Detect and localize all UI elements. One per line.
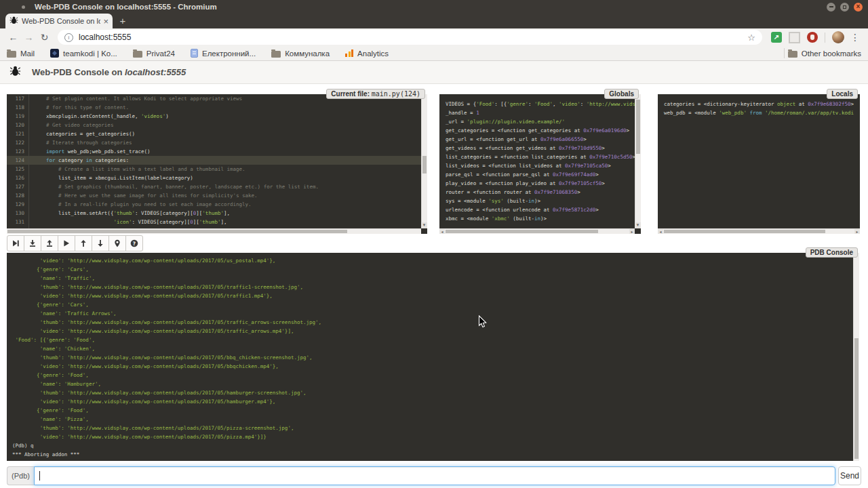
bug-favicon-icon — [9, 15, 18, 27]
output-line: get_url = <function get_url at 0x7f9e6a0… — [446, 135, 635, 144]
browser-tab[interactable]: Web-PDB Console on loca × — [5, 14, 113, 28]
text-caret — [39, 471, 40, 481]
bookmark-item[interactable]: Analytics — [345, 49, 389, 58]
scrollbar-thumb[interactable] — [854, 338, 859, 459]
minimize-button[interactable] — [827, 3, 835, 12]
line-text: 'video': 'http://www.vidsplay.com/wp-con… — [12, 362, 279, 371]
bookmark-label: Електронний... — [202, 49, 256, 58]
site-info-icon[interactable]: i — [64, 33, 73, 42]
output-line: 'name': 'Traffic Arrows', — [12, 309, 853, 318]
debug-continue-button[interactable] — [58, 235, 75, 251]
extension-green-arrow-icon[interactable]: ↗ — [771, 32, 782, 43]
url-text[interactable]: localhost:5555 — [79, 33, 747, 42]
bookmark-item[interactable]: Privat24 — [133, 49, 175, 58]
code-line-125: 125 # Create a list item with a text lab… — [7, 165, 421, 174]
pdb-console-panel: PDB Console 'video': 'http://www.vidspla… — [7, 253, 859, 461]
scrollbar-thumb[interactable] — [7, 230, 347, 233]
scroll-right-arrow[interactable]: ▸ — [854, 229, 860, 234]
line-text: 'video': 'http://www.vidsplay.com/wp-con… — [12, 256, 275, 265]
scroll-left-arrow[interactable]: ◂ — [439, 229, 445, 234]
debug-step-button[interactable] — [24, 235, 41, 251]
maximize-button[interactable] — [840, 3, 849, 12]
line-text: urlencode = <function urlencode at 0x7f9… — [446, 205, 599, 214]
bookmark-item[interactable]: Mail — [7, 49, 35, 58]
scrollbar-thumb[interactable] — [636, 100, 640, 154]
output-line: 'video': 'http://www.vidsplay.com/wp-con… — [12, 432, 853, 441]
output-line: xbmc = <module 'xbmc' (built-in)> — [446, 214, 635, 223]
close-window-button[interactable]: × — [854, 3, 863, 12]
debug-next-button[interactable] — [7, 235, 24, 251]
debug-return-button[interactable] — [41, 235, 58, 251]
profile-avatar[interactable] — [832, 31, 844, 43]
line-text: 'video': 'http://www.vidsplay.com/wp-con… — [12, 327, 294, 336]
line-text: 'name': 'Chicken', — [12, 344, 95, 353]
play-icon — [62, 239, 71, 247]
console-vertical-scrollbar[interactable] — [853, 253, 859, 461]
output-line: _handle = 1 — [446, 108, 635, 117]
output-line: 'name': 'Hamburger', — [12, 380, 853, 388]
line-number: 127 — [7, 182, 29, 191]
line-text: 'video': 'http://www.vidsplay.com/wp-con… — [12, 397, 275, 406]
bookmark-star-icon[interactable]: ☆ — [747, 33, 755, 43]
extension-gray-square-icon[interactable] — [789, 32, 800, 43]
doc-icon — [191, 49, 198, 58]
tab-title: Web-PDB Console on loca — [22, 17, 100, 25]
line-text: *** Aborting addon *** — [12, 450, 79, 459]
tab-close-button[interactable]: × — [103, 17, 108, 26]
debug-up-button[interactable] — [75, 235, 92, 251]
bookmarks-divider — [784, 48, 785, 58]
bookmark-item[interactable]: Коммуналка — [271, 49, 330, 58]
output-line: 'name': 'Chicken', — [12, 344, 853, 353]
scrollbar-thumb[interactable] — [664, 230, 825, 233]
svg-text:?: ? — [133, 241, 136, 247]
output-line: 'video': 'http://www.vidsplay.com/wp-con… — [12, 362, 853, 371]
line-text: 'name': 'Traffic', — [12, 274, 95, 283]
bookmark-item[interactable]: Електронний... — [191, 49, 256, 58]
output-line: {'genre': 'Food', — [12, 406, 853, 415]
scroll-down-arrow[interactable]: ▼ — [421, 222, 427, 228]
line-text: 'thumb': 'http://www.vidsplay.com/wp-con… — [12, 424, 294, 432]
locals-horizontal-scrollbar[interactable]: ◂ ▸ — [658, 228, 860, 234]
maximize-icon — [843, 5, 846, 9]
line-text: for category in categories: — [34, 156, 129, 165]
code-horizontal-scrollbar[interactable] — [7, 228, 421, 234]
scrollbar-thumb[interactable] — [422, 156, 427, 174]
new-tab-button[interactable]: + — [117, 15, 129, 27]
line-text: get_categories = <function get_categorie… — [446, 126, 629, 135]
line-text: sys = <module 'sys' (built-in)> — [446, 197, 540, 205]
line-text: {'genre': 'Cars', — [12, 300, 89, 309]
code-vertical-scrollbar[interactable] — [421, 94, 427, 228]
forward-button[interactable]: → — [21, 32, 37, 43]
address-bar[interactable]: i localhost:5555 ☆ — [58, 30, 762, 45]
code-line-122: 122 # Iterate through categories — [7, 138, 421, 147]
line-text: {'genre': 'Cars', — [12, 265, 89, 274]
back-button[interactable]: ← — [5, 32, 21, 43]
globals-vertical-scrollbar[interactable] — [635, 94, 641, 228]
debug-down-button[interactable] — [92, 235, 109, 251]
output-line: 'name': 'Traffic', — [12, 274, 853, 283]
debug-help-button[interactable]: ? — [125, 235, 143, 251]
reload-button[interactable]: ↻ — [37, 32, 52, 43]
scrollbar-thumb[interactable] — [446, 230, 598, 233]
debug-where-button[interactable] — [108, 235, 126, 251]
bookmark-item[interactable]: teamkodi | Ko... — [50, 49, 117, 58]
scroll-right-arrow[interactable]: ▸ — [629, 229, 635, 234]
globals-horizontal-scrollbar[interactable]: ◂ ▸ — [439, 228, 635, 234]
bookmark-label: Privat24 — [146, 49, 175, 58]
pdb-command-input[interactable] — [34, 466, 835, 485]
scroll-down-arrow[interactable]: ▼ — [635, 222, 641, 228]
send-button[interactable]: Send — [838, 466, 861, 485]
scroll-left-arrow[interactable]: ◂ — [658, 229, 663, 234]
arrow-up-icon — [79, 239, 87, 247]
extension-red-adblock-icon[interactable] — [807, 32, 818, 43]
line-text: list_videos = <function list_videos at 0… — [446, 161, 611, 170]
browser-menu-icon[interactable]: ⋮ — [850, 32, 860, 43]
output-line: 'thumb': 'http://www.vidsplay.com/wp-con… — [12, 388, 853, 397]
bookmarks-bar: Mailteamkodi | Ko...Privat24Електронний.… — [0, 46, 868, 61]
other-bookmarks[interactable]: Other bookmarks — [781, 48, 861, 58]
output-line: list_videos = <function list_videos at 0… — [446, 161, 635, 170]
output-line: 'video': 'http://www.vidsplay.com/wp-con… — [12, 291, 853, 300]
line-text: 'thumb': 'http://www.vidsplay.com/wp-con… — [12, 353, 313, 362]
line-text: 'thumb': 'http://www.vidsplay.com/wp-con… — [12, 318, 321, 327]
output-line: {'genre': 'Cars', — [12, 300, 853, 309]
